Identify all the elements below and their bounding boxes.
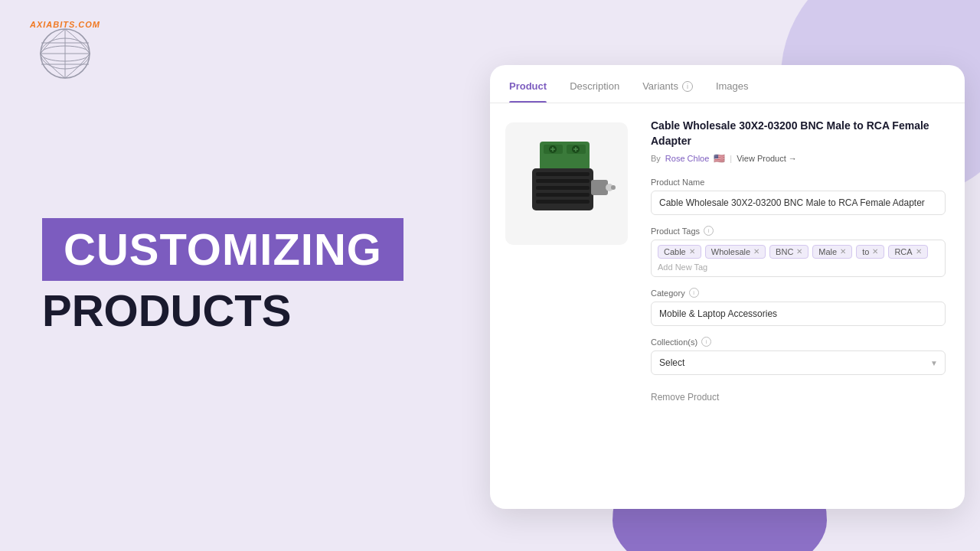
product-meta: By Rose Chloe 🇺🇸 | View Product → xyxy=(651,153,946,164)
meta-separator: | xyxy=(730,154,732,163)
svg-rect-20 xyxy=(536,193,590,197)
variants-info-icon: i xyxy=(682,81,693,92)
category-info-icon: i xyxy=(689,288,699,298)
tag-male-close[interactable]: ✕ xyxy=(840,248,846,256)
tag-cable: Cable ✕ xyxy=(658,245,701,259)
tag-bnc: BNC ✕ xyxy=(769,245,808,259)
product-panel: Product Description Variants i Images xyxy=(490,65,965,509)
panel-content: Cable Wholesale 30X2-03200 BNC Male to R… xyxy=(490,103,965,505)
hero-content: CUSTOMIZING PRODUCTS xyxy=(42,218,403,333)
collections-field-group: Collection(s) i Select ▼ xyxy=(651,337,946,375)
tab-variants[interactable]: Variants i xyxy=(642,80,693,103)
svg-rect-19 xyxy=(536,186,590,190)
product-name-field-group: Product Name xyxy=(651,178,946,215)
category-label: Category i xyxy=(651,288,946,298)
product-title: Cable Wholesale 30X2-03200 BNC Male to R… xyxy=(651,119,946,148)
tag-to: to ✕ xyxy=(856,245,884,259)
remove-product-button[interactable]: Remove Product xyxy=(651,386,719,409)
tag-cable-close[interactable]: ✕ xyxy=(689,248,695,256)
logo: AXIABITS.COM xyxy=(31,14,100,83)
svg-rect-22 xyxy=(591,180,608,195)
collections-select-wrapper: Select ▼ xyxy=(651,350,946,375)
product-tags-label: Product Tags i xyxy=(651,226,946,236)
hero-line2: PRODUCTS xyxy=(42,285,291,335)
svg-rect-21 xyxy=(536,200,590,204)
tag-wholesale-close[interactable]: ✕ xyxy=(753,248,760,256)
product-image-box xyxy=(505,122,628,245)
author-flag: 🇺🇸 xyxy=(714,153,725,164)
author-name: Rose Chloe xyxy=(665,154,709,163)
by-label: By xyxy=(651,154,661,163)
product-image-area xyxy=(490,103,643,505)
svg-point-24 xyxy=(611,185,616,190)
svg-rect-17 xyxy=(536,172,590,176)
tags-container: Cable ✕ Wholesale ✕ BNC ✕ Male ✕ xyxy=(651,240,946,277)
tab-images[interactable]: Images xyxy=(716,80,749,103)
collections-info-icon: i xyxy=(701,337,711,347)
logo-globe-container: AXIABITS.COM xyxy=(31,14,100,83)
product-image-svg xyxy=(517,134,616,233)
collections-label: Collection(s) i xyxy=(651,337,946,347)
collections-select[interactable]: Select xyxy=(651,350,946,375)
form-area: Cable Wholesale 30X2-03200 BNC Male to R… xyxy=(643,103,965,505)
customizing-banner: CUSTOMIZING xyxy=(42,218,403,281)
tab-product[interactable]: Product xyxy=(509,80,547,103)
logo-text: AXIABITS.COM xyxy=(30,20,100,29)
tag-rca: RCA ✕ xyxy=(888,245,927,259)
tag-rca-close[interactable]: ✕ xyxy=(916,248,922,256)
tag-wholesale: Wholesale ✕ xyxy=(705,245,766,259)
tab-description[interactable]: Description xyxy=(570,80,619,103)
hero-line1: CUSTOMIZING xyxy=(64,224,382,274)
tab-bar: Product Description Variants i Images xyxy=(490,65,965,103)
tag-to-close[interactable]: ✕ xyxy=(872,248,878,256)
product-name-input[interactable] xyxy=(651,191,946,215)
product-tags-field-group: Product Tags i Cable ✕ Wholesale ✕ BNC ✕ xyxy=(651,226,946,277)
tags-info-icon: i xyxy=(704,226,714,236)
view-product-link[interactable]: View Product → xyxy=(737,154,797,163)
tag-male: Male ✕ xyxy=(812,245,852,259)
product-name-label: Product Name xyxy=(651,178,946,187)
svg-rect-18 xyxy=(536,179,590,183)
add-new-tag-button[interactable]: Add New Tag xyxy=(658,262,707,272)
category-input[interactable] xyxy=(651,302,946,326)
category-field-group: Category i xyxy=(651,288,946,326)
tag-bnc-close[interactable]: ✕ xyxy=(796,248,802,256)
